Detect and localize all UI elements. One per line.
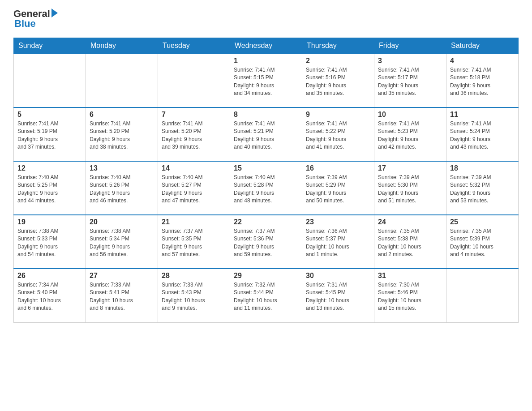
calendar-day-28: 28Sunrise: 7:33 AM Sunset: 5:43 PM Dayli… — [158, 269, 230, 322]
day-number: 15 — [234, 164, 298, 172]
day-number: 28 — [162, 272, 226, 280]
day-number: 26 — [17, 272, 82, 280]
calendar-day-22: 22Sunrise: 7:37 AM Sunset: 5:36 PM Dayli… — [230, 215, 302, 269]
day-info: Sunrise: 7:30 AM Sunset: 5:46 PM Dayligh… — [378, 281, 442, 313]
calendar-day-17: 17Sunrise: 7:39 AM Sunset: 5:30 PM Dayli… — [374, 161, 446, 215]
calendar-day-25: 25Sunrise: 7:35 AM Sunset: 5:39 PM Dayli… — [446, 215, 519, 269]
calendar-day-24: 24Sunrise: 7:35 AM Sunset: 5:38 PM Dayli… — [374, 215, 446, 269]
day-info: Sunrise: 7:34 AM Sunset: 5:40 PM Dayligh… — [17, 281, 82, 313]
day-info: Sunrise: 7:41 AM Sunset: 5:23 PM Dayligh… — [378, 120, 442, 151]
day-number: 25 — [450, 218, 515, 226]
day-info: Sunrise: 7:41 AM Sunset: 5:15 PM Dayligh… — [234, 66, 298, 98]
day-info: Sunrise: 7:37 AM Sunset: 5:35 PM Dayligh… — [162, 227, 226, 259]
calendar-day-18: 18Sunrise: 7:39 AM Sunset: 5:32 PM Dayli… — [446, 161, 519, 215]
day-info: Sunrise: 7:40 AM Sunset: 5:27 PM Dayligh… — [162, 174, 226, 205]
calendar-day-3: 3Sunrise: 7:41 AM Sunset: 5:17 PM Daylig… — [374, 54, 446, 107]
day-number: 19 — [17, 218, 82, 226]
calendar-day-30: 30Sunrise: 7:31 AM Sunset: 5:45 PM Dayli… — [302, 269, 374, 322]
calendar-week-1: 1Sunrise: 7:41 AM Sunset: 5:15 PM Daylig… — [14, 54, 519, 107]
calendar-empty-cell — [158, 54, 230, 107]
day-number: 10 — [378, 111, 442, 119]
day-number: 13 — [90, 164, 154, 172]
day-info: Sunrise: 7:37 AM Sunset: 5:36 PM Dayligh… — [234, 227, 298, 259]
day-number: 8 — [234, 111, 298, 119]
day-info: Sunrise: 7:41 AM Sunset: 5:21 PM Dayligh… — [234, 120, 298, 151]
day-number: 27 — [90, 272, 154, 280]
day-info: Sunrise: 7:33 AM Sunset: 5:41 PM Dayligh… — [90, 281, 154, 313]
calendar-day-14: 14Sunrise: 7:40 AM Sunset: 5:27 PM Dayli… — [158, 161, 230, 215]
day-number: 24 — [378, 218, 442, 226]
calendar-week-2: 5Sunrise: 7:41 AM Sunset: 5:19 PM Daylig… — [14, 107, 519, 161]
day-number: 20 — [90, 218, 154, 226]
day-info: Sunrise: 7:40 AM Sunset: 5:26 PM Dayligh… — [90, 174, 154, 205]
calendar-day-23: 23Sunrise: 7:36 AM Sunset: 5:37 PM Dayli… — [302, 215, 374, 269]
day-number: 31 — [378, 272, 442, 280]
day-info: Sunrise: 7:39 AM Sunset: 5:30 PM Dayligh… — [378, 174, 442, 205]
day-info: Sunrise: 7:39 AM Sunset: 5:29 PM Dayligh… — [306, 174, 370, 205]
calendar-header-thursday: Thursday — [302, 38, 374, 54]
day-number: 4 — [450, 57, 515, 65]
day-number: 17 — [378, 164, 442, 172]
day-number: 9 — [306, 111, 370, 119]
logo: General Blue — [13, 9, 58, 29]
calendar-day-16: 16Sunrise: 7:39 AM Sunset: 5:29 PM Dayli… — [302, 161, 374, 215]
calendar-day-6: 6Sunrise: 7:41 AM Sunset: 5:20 PM Daylig… — [86, 107, 158, 161]
calendar-header-tuesday: Tuesday — [158, 38, 230, 54]
day-info: Sunrise: 7:41 AM Sunset: 5:20 PM Dayligh… — [162, 120, 226, 151]
calendar-header-monday: Monday — [86, 38, 158, 54]
day-info: Sunrise: 7:32 AM Sunset: 5:44 PM Dayligh… — [234, 281, 298, 313]
day-info: Sunrise: 7:36 AM Sunset: 5:37 PM Dayligh… — [306, 227, 370, 259]
day-number: 22 — [234, 218, 298, 226]
calendar-week-5: 26Sunrise: 7:34 AM Sunset: 5:40 PM Dayli… — [14, 269, 519, 322]
day-number: 6 — [90, 111, 154, 119]
day-info: Sunrise: 7:33 AM Sunset: 5:43 PM Dayligh… — [162, 281, 226, 313]
day-info: Sunrise: 7:41 AM Sunset: 5:20 PM Dayligh… — [90, 120, 154, 151]
day-info: Sunrise: 7:41 AM Sunset: 5:19 PM Dayligh… — [17, 120, 82, 151]
calendar-day-7: 7Sunrise: 7:41 AM Sunset: 5:20 PM Daylig… — [158, 107, 230, 161]
calendar-day-8: 8Sunrise: 7:41 AM Sunset: 5:21 PM Daylig… — [230, 107, 302, 161]
calendar-week-3: 12Sunrise: 7:40 AM Sunset: 5:25 PM Dayli… — [14, 161, 519, 215]
calendar-day-26: 26Sunrise: 7:34 AM Sunset: 5:40 PM Dayli… — [14, 269, 86, 322]
calendar-week-4: 19Sunrise: 7:38 AM Sunset: 5:33 PM Dayli… — [14, 215, 519, 269]
calendar-day-11: 11Sunrise: 7:41 AM Sunset: 5:24 PM Dayli… — [446, 107, 519, 161]
logo-arrow-icon — [51, 9, 58, 17]
calendar-day-2: 2Sunrise: 7:41 AM Sunset: 5:16 PM Daylig… — [302, 54, 374, 107]
calendar-day-20: 20Sunrise: 7:38 AM Sunset: 5:34 PM Dayli… — [86, 215, 158, 269]
day-info: Sunrise: 7:40 AM Sunset: 5:28 PM Dayligh… — [234, 174, 298, 205]
day-info: Sunrise: 7:41 AM Sunset: 5:18 PM Dayligh… — [450, 66, 515, 98]
calendar-day-15: 15Sunrise: 7:40 AM Sunset: 5:28 PM Dayli… — [230, 161, 302, 215]
day-number: 16 — [306, 164, 370, 172]
day-number: 18 — [450, 164, 515, 172]
day-info: Sunrise: 7:38 AM Sunset: 5:34 PM Dayligh… — [90, 227, 154, 259]
day-number: 3 — [378, 57, 442, 65]
day-number: 14 — [162, 164, 226, 172]
page-header: General Blue — [13, 9, 519, 29]
day-info: Sunrise: 7:41 AM Sunset: 5:17 PM Dayligh… — [378, 66, 442, 98]
day-info: Sunrise: 7:31 AM Sunset: 5:45 PM Dayligh… — [306, 281, 370, 313]
calendar-header-saturday: Saturday — [446, 38, 519, 54]
calendar-header-sunday: Sunday — [14, 38, 86, 54]
calendar-day-27: 27Sunrise: 7:33 AM Sunset: 5:41 PM Dayli… — [86, 269, 158, 322]
calendar-day-13: 13Sunrise: 7:40 AM Sunset: 5:26 PM Dayli… — [86, 161, 158, 215]
day-info: Sunrise: 7:41 AM Sunset: 5:24 PM Dayligh… — [450, 120, 515, 151]
day-number: 7 — [162, 111, 226, 119]
calendar-day-21: 21Sunrise: 7:37 AM Sunset: 5:35 PM Dayli… — [158, 215, 230, 269]
day-number: 5 — [17, 111, 82, 119]
day-info: Sunrise: 7:39 AM Sunset: 5:32 PM Dayligh… — [450, 174, 515, 205]
calendar-header-friday: Friday — [374, 38, 446, 54]
day-number: 21 — [162, 218, 226, 226]
day-number: 12 — [17, 164, 82, 172]
calendar-day-10: 10Sunrise: 7:41 AM Sunset: 5:23 PM Dayli… — [374, 107, 446, 161]
day-number: 23 — [306, 218, 370, 226]
calendar-day-12: 12Sunrise: 7:40 AM Sunset: 5:25 PM Dayli… — [14, 161, 86, 215]
calendar-empty-cell — [86, 54, 158, 107]
day-number: 30 — [306, 272, 370, 280]
calendar-day-5: 5Sunrise: 7:41 AM Sunset: 5:19 PM Daylig… — [14, 107, 86, 161]
day-info: Sunrise: 7:41 AM Sunset: 5:16 PM Dayligh… — [306, 66, 370, 98]
day-info: Sunrise: 7:35 AM Sunset: 5:39 PM Dayligh… — [450, 227, 515, 259]
day-info: Sunrise: 7:40 AM Sunset: 5:25 PM Dayligh… — [17, 174, 82, 205]
calendar-day-19: 19Sunrise: 7:38 AM Sunset: 5:33 PM Dayli… — [14, 215, 86, 269]
day-number: 1 — [234, 57, 298, 65]
calendar-day-9: 9Sunrise: 7:41 AM Sunset: 5:22 PM Daylig… — [302, 107, 374, 161]
day-number: 11 — [450, 111, 515, 119]
